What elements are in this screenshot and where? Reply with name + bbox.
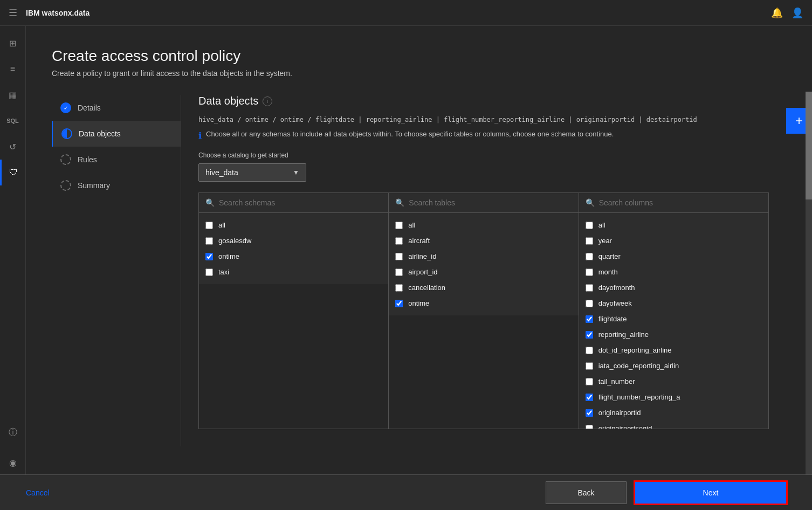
col-item-dayofmonth[interactable]: dayofmonth bbox=[579, 280, 768, 295]
top-bar-actions: 🔔 👤 bbox=[771, 7, 803, 19]
schema-checkbox-all[interactable] bbox=[205, 222, 213, 229]
sidebar-item-table[interactable]: ▦ bbox=[0, 82, 26, 108]
table-checkbox-aircraft[interactable] bbox=[395, 237, 403, 245]
sidebar-item-info[interactable]: ⓘ bbox=[0, 419, 26, 445]
tables-search-input[interactable] bbox=[409, 198, 572, 207]
col-item-originairportid[interactable]: originairportid bbox=[579, 405, 768, 421]
col-item-flight-number[interactable]: flight_number_reporting_a bbox=[579, 389, 768, 405]
step-details-label: Details bbox=[78, 104, 101, 112]
table-item-airport-id[interactable]: airport_id bbox=[389, 264, 578, 280]
col-item-originairportseqid[interactable]: originairportseqid bbox=[579, 421, 768, 429]
catalog-label: Choose a catalog to get started bbox=[198, 151, 769, 159]
step-details-circle: ✓ bbox=[60, 102, 71, 113]
sidebar-item-history[interactable]: ↺ bbox=[0, 134, 26, 160]
breadcrumb: hive_data / ontime / ontime / flightdate… bbox=[198, 116, 769, 123]
columns-column: 🔍 all year quarter bbox=[579, 193, 768, 429]
app-title: IBM watsonx.data bbox=[26, 9, 90, 17]
step-data-objects-label: Data objects bbox=[79, 129, 121, 138]
tables-column: 🔍 all aircraft airline_id bbox=[389, 193, 579, 429]
sidebar-item-policy[interactable]: 🛡 bbox=[0, 160, 26, 185]
user-icon[interactable]: 👤 bbox=[792, 7, 803, 19]
col-item-quarter[interactable]: quarter bbox=[579, 249, 768, 264]
col-item-dayofweek[interactable]: dayofweek bbox=[579, 295, 768, 311]
catalog-dropdown[interactable]: hive_data ▼ bbox=[198, 163, 306, 182]
col-checkbox-quarter[interactable] bbox=[586, 253, 593, 260]
sidebar-item-dashboard[interactable]: ≡ bbox=[0, 56, 26, 82]
col-checkbox-reporting-airline[interactable] bbox=[586, 331, 593, 339]
schema-item-gosalesdw[interactable]: gosalesdw bbox=[199, 233, 388, 249]
table-item-cancellation[interactable]: cancellation bbox=[389, 280, 578, 295]
col-item-month[interactable]: month bbox=[579, 264, 768, 280]
col-checkbox-iata-code[interactable] bbox=[586, 362, 593, 370]
col-checkbox-dot-id[interactable] bbox=[586, 347, 593, 354]
schema-item-all[interactable]: all bbox=[199, 217, 388, 233]
columns-search-input[interactable] bbox=[599, 198, 762, 207]
col-item-year[interactable]: year bbox=[579, 233, 768, 249]
dropdown-arrow-icon: ▼ bbox=[293, 169, 299, 176]
col-checkbox-month[interactable] bbox=[586, 268, 593, 276]
col-item-reporting-airline[interactable]: reporting_airline bbox=[579, 327, 768, 342]
tables-list: all aircraft airline_id airport_id bbox=[389, 213, 578, 315]
schema-checkbox-gosalesdw[interactable] bbox=[205, 237, 213, 245]
step-summary[interactable]: Summary bbox=[52, 173, 181, 198]
table-checkbox-airport-id[interactable] bbox=[395, 268, 403, 276]
sidebar-item-location[interactable]: ◉ bbox=[0, 450, 26, 475]
notifications-icon[interactable]: 🔔 bbox=[771, 7, 783, 19]
col-checkbox-year[interactable] bbox=[586, 237, 593, 245]
step-rules-circle bbox=[60, 154, 71, 165]
table-checkbox-all[interactable] bbox=[395, 222, 403, 229]
columns-search-icon: 🔍 bbox=[586, 198, 595, 207]
table-item-ontime[interactable]: ontime bbox=[389, 295, 578, 311]
tables-search-icon: 🔍 bbox=[395, 198, 404, 207]
next-button[interactable]: Next bbox=[635, 482, 786, 504]
scrollbar-track[interactable] bbox=[806, 92, 812, 474]
sidebar-item-sql[interactable]: SQL bbox=[0, 108, 26, 134]
schemas-search-icon: 🔍 bbox=[205, 198, 215, 207]
col-checkbox-flightdate[interactable] bbox=[586, 315, 593, 323]
section-title: Data objects i bbox=[198, 95, 769, 107]
col-checkbox-originairportid[interactable] bbox=[586, 409, 593, 417]
info-message-icon: ℹ bbox=[198, 130, 202, 141]
table-item-all[interactable]: all bbox=[389, 217, 578, 233]
table-checkbox-airline-id[interactable] bbox=[395, 253, 403, 260]
schema-checkbox-taxi[interactable] bbox=[205, 268, 213, 276]
step-data-objects-circle bbox=[61, 128, 72, 139]
col-checkbox-dayofmonth[interactable] bbox=[586, 284, 593, 292]
wizard-content: Data objects i hive_data / ontime / onti… bbox=[181, 95, 786, 446]
col-item-tail-number[interactable]: tail_number bbox=[579, 374, 768, 389]
col-checkbox-flight-number[interactable] bbox=[586, 394, 593, 401]
step-rules[interactable]: Rules bbox=[52, 147, 181, 173]
col-checkbox-tail-number[interactable] bbox=[586, 378, 593, 385]
schema-item-taxi[interactable]: taxi bbox=[199, 264, 388, 280]
sidebar-item-home[interactable]: ⊞ bbox=[0, 30, 26, 56]
col-checkbox-dayofweek[interactable] bbox=[586, 300, 593, 307]
col-item-flightdate[interactable]: flightdate bbox=[579, 311, 768, 327]
section-info-icon[interactable]: i bbox=[263, 97, 272, 106]
col-checkbox-originairportseqid[interactable] bbox=[586, 425, 593, 429]
info-message: ℹ Choose all or any schemas to include a… bbox=[198, 130, 769, 141]
schema-checkbox-ontime[interactable] bbox=[205, 253, 213, 260]
table-item-aircraft[interactable]: aircraft bbox=[389, 233, 578, 249]
scrollbar-thumb[interactable] bbox=[806, 92, 812, 199]
step-details[interactable]: ✓ Details bbox=[52, 95, 181, 121]
top-bar: ☰ IBM watsonx.data 🔔 👤 bbox=[0, 0, 812, 26]
col-item-dot-id-reporting-airline[interactable]: dot_id_reporting_airline bbox=[579, 342, 768, 358]
table-checkbox-ontime[interactable] bbox=[395, 300, 403, 307]
columns-list: all year quarter month bbox=[579, 213, 768, 429]
schema-item-ontime[interactable]: ontime bbox=[199, 249, 388, 264]
col-checkbox-all[interactable] bbox=[586, 222, 593, 229]
back-button[interactable]: Back bbox=[546, 481, 627, 504]
cancel-button[interactable]: Cancel bbox=[26, 482, 50, 504]
schemas-search-input[interactable] bbox=[219, 198, 382, 207]
selectors-row: 🔍 all gosalesdw ontime bbox=[198, 192, 769, 429]
hamburger-icon[interactable]: ☰ bbox=[9, 7, 17, 19]
table-checkbox-cancellation[interactable] bbox=[395, 284, 403, 292]
tables-search-box: 🔍 bbox=[389, 193, 578, 213]
col-item-all[interactable]: all bbox=[579, 217, 768, 233]
col-item-iata-code[interactable]: iata_code_reporting_airlin bbox=[579, 358, 768, 374]
step-rules-label: Rules bbox=[78, 155, 97, 164]
table-item-airline-id[interactable]: airline_id bbox=[389, 249, 578, 264]
step-summary-circle bbox=[60, 180, 71, 191]
schemas-column: 🔍 all gosalesdw ontime bbox=[199, 193, 389, 429]
step-data-objects[interactable]: Data objects bbox=[52, 121, 181, 147]
